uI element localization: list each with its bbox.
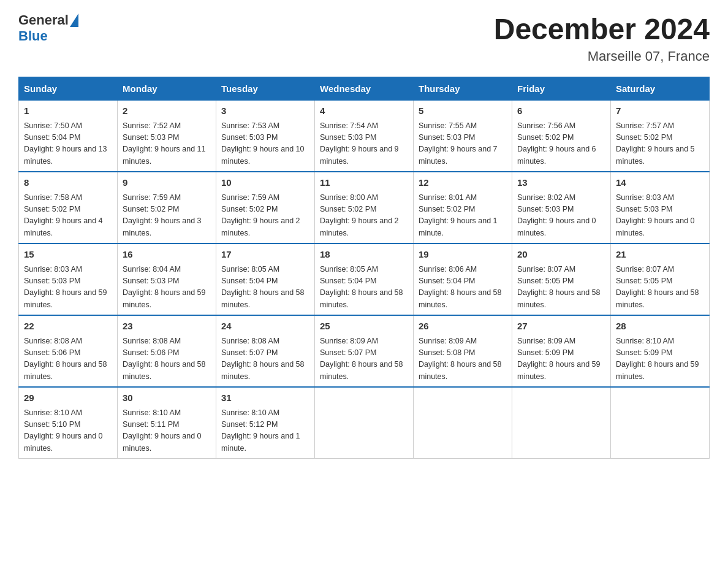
day-info: Sunrise: 8:06 AMSunset: 5:04 PMDaylight:… bbox=[419, 264, 507, 312]
calendar-cell: 27Sunrise: 8:09 AMSunset: 5:09 PMDayligh… bbox=[512, 315, 611, 387]
day-number: 22 bbox=[24, 320, 112, 334]
calendar-cell: 17Sunrise: 8:05 AMSunset: 5:04 PMDayligh… bbox=[216, 243, 315, 315]
day-info: Sunrise: 7:53 AMSunset: 5:03 PMDaylight:… bbox=[221, 120, 309, 168]
day-info: Sunrise: 8:03 AMSunset: 5:03 PMDaylight:… bbox=[616, 192, 704, 240]
header-sunday: Sunday bbox=[19, 77, 118, 101]
day-info: Sunrise: 8:09 AMSunset: 5:09 PMDaylight:… bbox=[517, 335, 605, 383]
calendar-cell: 12Sunrise: 8:01 AMSunset: 5:02 PMDayligh… bbox=[414, 172, 512, 243]
day-number: 1 bbox=[24, 104, 112, 118]
logo-blue-text: Blue bbox=[18, 28, 48, 44]
day-number: 12 bbox=[419, 176, 507, 190]
day-number: 15 bbox=[24, 248, 112, 262]
calendar-cell: 31Sunrise: 8:10 AMSunset: 5:12 PMDayligh… bbox=[216, 387, 315, 459]
day-number: 26 bbox=[419, 320, 507, 334]
calendar-cell: 22Sunrise: 8:08 AMSunset: 5:06 PMDayligh… bbox=[19, 315, 118, 387]
day-number: 16 bbox=[123, 248, 211, 262]
calendar-cell: 3Sunrise: 7:53 AMSunset: 5:03 PMDaylight… bbox=[216, 101, 315, 172]
day-info: Sunrise: 8:05 AMSunset: 5:04 PMDaylight:… bbox=[221, 264, 309, 312]
day-info: Sunrise: 7:59 AMSunset: 5:02 PMDaylight:… bbox=[123, 192, 211, 240]
calendar-cell bbox=[414, 387, 512, 459]
header-monday: Monday bbox=[118, 77, 216, 101]
day-info: Sunrise: 7:58 AMSunset: 5:02 PMDaylight:… bbox=[24, 192, 112, 240]
logo-general-text: General bbox=[18, 12, 69, 28]
header-friday: Friday bbox=[512, 77, 611, 101]
week-row-5: 29Sunrise: 8:10 AMSunset: 5:10 PMDayligh… bbox=[19, 387, 710, 459]
day-number: 2 bbox=[123, 104, 211, 118]
week-row-4: 22Sunrise: 8:08 AMSunset: 5:06 PMDayligh… bbox=[19, 315, 710, 387]
calendar-cell: 13Sunrise: 8:02 AMSunset: 5:03 PMDayligh… bbox=[512, 172, 611, 243]
day-info: Sunrise: 8:09 AMSunset: 5:08 PMDaylight:… bbox=[419, 335, 507, 383]
day-number: 17 bbox=[221, 248, 309, 262]
page-header: General Blue December 2024 Marseille 07,… bbox=[18, 12, 710, 64]
day-info: Sunrise: 8:08 AMSunset: 5:06 PMDaylight:… bbox=[24, 335, 112, 383]
day-info: Sunrise: 8:08 AMSunset: 5:06 PMDaylight:… bbox=[123, 335, 211, 383]
day-info: Sunrise: 8:04 AMSunset: 5:03 PMDaylight:… bbox=[123, 264, 211, 312]
calendar-cell: 15Sunrise: 8:03 AMSunset: 5:03 PMDayligh… bbox=[19, 243, 118, 315]
calendar-cell: 29Sunrise: 8:10 AMSunset: 5:10 PMDayligh… bbox=[19, 387, 118, 459]
calendar-cell: 23Sunrise: 8:08 AMSunset: 5:06 PMDayligh… bbox=[118, 315, 216, 387]
calendar-cell: 11Sunrise: 8:00 AMSunset: 5:02 PMDayligh… bbox=[315, 172, 414, 243]
day-number: 24 bbox=[221, 320, 309, 334]
day-number: 9 bbox=[123, 176, 211, 190]
day-info: Sunrise: 8:08 AMSunset: 5:07 PMDaylight:… bbox=[221, 335, 309, 383]
day-info: Sunrise: 8:09 AMSunset: 5:07 PMDaylight:… bbox=[320, 335, 408, 383]
logo-triangle-icon bbox=[70, 13, 78, 27]
day-info: Sunrise: 8:00 AMSunset: 5:02 PMDaylight:… bbox=[320, 192, 408, 240]
calendar-cell bbox=[315, 387, 414, 459]
day-number: 30 bbox=[123, 391, 211, 405]
day-number: 19 bbox=[419, 248, 507, 262]
day-number: 10 bbox=[221, 176, 309, 190]
day-number: 21 bbox=[616, 248, 704, 262]
day-number: 5 bbox=[419, 104, 507, 118]
calendar-cell: 25Sunrise: 8:09 AMSunset: 5:07 PMDayligh… bbox=[315, 315, 414, 387]
day-number: 6 bbox=[517, 104, 605, 118]
header-row: SundayMondayTuesdayWednesdayThursdayFrid… bbox=[19, 77, 710, 101]
day-info: Sunrise: 8:10 AMSunset: 5:11 PMDaylight:… bbox=[123, 407, 211, 455]
day-number: 29 bbox=[24, 391, 112, 405]
day-info: Sunrise: 7:54 AMSunset: 5:03 PMDaylight:… bbox=[320, 120, 408, 168]
title-block: December 2024 Marseille 07, France bbox=[494, 12, 710, 64]
location-title: Marseille 07, France bbox=[494, 48, 710, 64]
day-info: Sunrise: 8:03 AMSunset: 5:03 PMDaylight:… bbox=[24, 264, 112, 312]
day-number: 18 bbox=[320, 248, 408, 262]
calendar-cell: 30Sunrise: 8:10 AMSunset: 5:11 PMDayligh… bbox=[118, 387, 216, 459]
day-number: 3 bbox=[221, 104, 309, 118]
calendar-cell: 10Sunrise: 7:59 AMSunset: 5:02 PMDayligh… bbox=[216, 172, 315, 243]
calendar-cell bbox=[611, 387, 710, 459]
day-number: 8 bbox=[24, 176, 112, 190]
day-info: Sunrise: 7:50 AMSunset: 5:04 PMDaylight:… bbox=[24, 120, 112, 168]
day-info: Sunrise: 8:02 AMSunset: 5:03 PMDaylight:… bbox=[517, 192, 605, 240]
header-tuesday: Tuesday bbox=[216, 77, 315, 101]
day-info: Sunrise: 7:56 AMSunset: 5:02 PMDaylight:… bbox=[517, 120, 605, 168]
day-info: Sunrise: 7:55 AMSunset: 5:03 PMDaylight:… bbox=[419, 120, 507, 168]
week-row-2: 8Sunrise: 7:58 AMSunset: 5:02 PMDaylight… bbox=[19, 172, 710, 243]
calendar-cell: 6Sunrise: 7:56 AMSunset: 5:02 PMDaylight… bbox=[512, 101, 611, 172]
calendar-cell: 24Sunrise: 8:08 AMSunset: 5:07 PMDayligh… bbox=[216, 315, 315, 387]
week-row-3: 15Sunrise: 8:03 AMSunset: 5:03 PMDayligh… bbox=[19, 243, 710, 315]
day-number: 23 bbox=[123, 320, 211, 334]
day-info: Sunrise: 8:10 AMSunset: 5:10 PMDaylight:… bbox=[24, 407, 112, 455]
calendar-cell: 14Sunrise: 8:03 AMSunset: 5:03 PMDayligh… bbox=[611, 172, 710, 243]
calendar-cell: 28Sunrise: 8:10 AMSunset: 5:09 PMDayligh… bbox=[611, 315, 710, 387]
calendar-cell: 9Sunrise: 7:59 AMSunset: 5:02 PMDaylight… bbox=[118, 172, 216, 243]
day-info: Sunrise: 8:05 AMSunset: 5:04 PMDaylight:… bbox=[320, 264, 408, 312]
day-info: Sunrise: 8:10 AMSunset: 5:12 PMDaylight:… bbox=[221, 407, 309, 455]
week-row-1: 1Sunrise: 7:50 AMSunset: 5:04 PMDaylight… bbox=[19, 101, 710, 172]
calendar-cell: 21Sunrise: 8:07 AMSunset: 5:05 PMDayligh… bbox=[611, 243, 710, 315]
calendar-cell: 16Sunrise: 8:04 AMSunset: 5:03 PMDayligh… bbox=[118, 243, 216, 315]
day-number: 14 bbox=[616, 176, 704, 190]
calendar-cell: 7Sunrise: 7:57 AMSunset: 5:02 PMDaylight… bbox=[611, 101, 710, 172]
day-number: 25 bbox=[320, 320, 408, 334]
calendar-cell: 19Sunrise: 8:06 AMSunset: 5:04 PMDayligh… bbox=[414, 243, 512, 315]
logo: General Blue bbox=[18, 12, 80, 44]
day-info: Sunrise: 8:10 AMSunset: 5:09 PMDaylight:… bbox=[616, 335, 704, 383]
day-info: Sunrise: 8:07 AMSunset: 5:05 PMDaylight:… bbox=[616, 264, 704, 312]
calendar-cell: 18Sunrise: 8:05 AMSunset: 5:04 PMDayligh… bbox=[315, 243, 414, 315]
day-number: 27 bbox=[517, 320, 605, 334]
day-number: 31 bbox=[221, 391, 309, 405]
day-number: 4 bbox=[320, 104, 408, 118]
header-saturday: Saturday bbox=[611, 77, 710, 101]
calendar-table: SundayMondayTuesdayWednesdayThursdayFrid… bbox=[18, 77, 710, 459]
calendar-cell: 20Sunrise: 8:07 AMSunset: 5:05 PMDayligh… bbox=[512, 243, 611, 315]
calendar-cell: 26Sunrise: 8:09 AMSunset: 5:08 PMDayligh… bbox=[414, 315, 512, 387]
